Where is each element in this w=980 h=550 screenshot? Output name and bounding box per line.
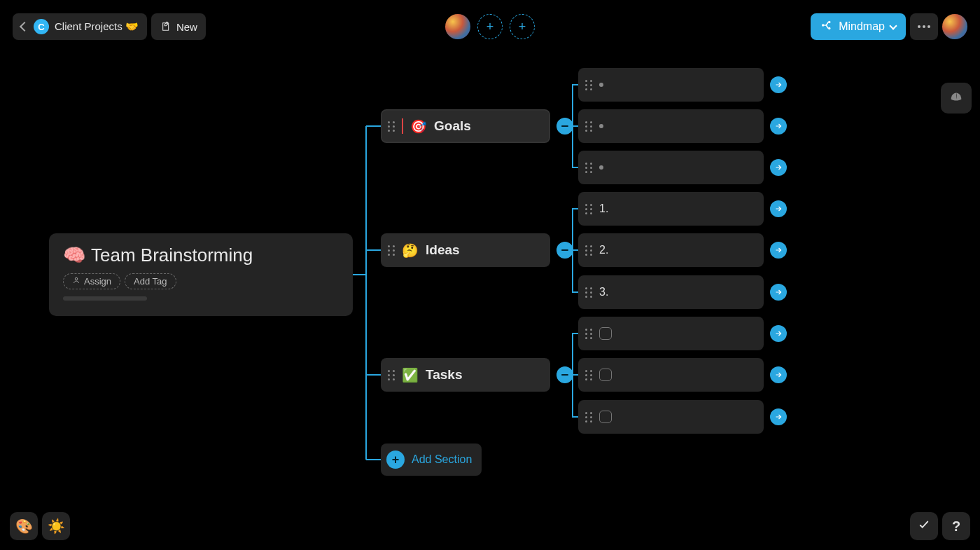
section-goals[interactable]: 🎯 Goals bbox=[381, 109, 550, 143]
root-title-text: Team Brainstorming bbox=[91, 245, 253, 266]
expand-arrow-button[interactable] bbox=[770, 200, 787, 217]
number-marker: 3. bbox=[599, 286, 608, 298]
expand-arrow-button[interactable] bbox=[770, 118, 787, 135]
drag-handle-icon[interactable] bbox=[585, 162, 592, 173]
collapse-toggle[interactable] bbox=[556, 118, 573, 135]
checkbox[interactable] bbox=[599, 411, 612, 423]
drag-handle-icon[interactable] bbox=[585, 369, 592, 380]
section-title: Goals bbox=[434, 118, 471, 134]
assign-label: Assign bbox=[84, 276, 111, 287]
plus-icon: + bbox=[386, 451, 405, 469]
expand-arrow-button[interactable] bbox=[770, 408, 787, 425]
leaf-node[interactable] bbox=[578, 68, 764, 102]
progress-bar bbox=[63, 296, 147, 301]
checkbox[interactable] bbox=[599, 327, 612, 340]
expand-arrow-button[interactable] bbox=[770, 284, 787, 301]
leaf-node[interactable]: 2. bbox=[578, 233, 764, 267]
section-title: Tasks bbox=[426, 367, 462, 383]
section-tasks[interactable]: ✅ Tasks bbox=[381, 358, 550, 392]
number-marker: 2. bbox=[599, 244, 608, 256]
expand-arrow-button[interactable] bbox=[770, 242, 787, 259]
root-node[interactable]: 🧠 Team Brainstorming Assign Add Tag bbox=[49, 233, 353, 316]
leaf-node[interactable] bbox=[578, 358, 764, 392]
expand-arrow-button[interactable] bbox=[770, 76, 787, 93]
add-tag-pill[interactable]: Add Tag bbox=[125, 273, 176, 289]
expand-arrow-button[interactable] bbox=[770, 366, 787, 383]
leaf-node[interactable] bbox=[578, 151, 764, 184]
add-section-button[interactable]: + Add Section bbox=[381, 444, 482, 476]
section-title: Ideas bbox=[426, 242, 460, 258]
drag-handle-icon[interactable] bbox=[388, 121, 395, 132]
root-emoji: 🧠 bbox=[63, 245, 85, 266]
drag-handle-icon[interactable] bbox=[585, 203, 592, 214]
drag-handle-icon[interactable] bbox=[585, 411, 592, 422]
drag-handle-icon[interactable] bbox=[585, 287, 592, 298]
leaf-node[interactable] bbox=[578, 109, 764, 143]
drag-handle-icon[interactable] bbox=[388, 245, 395, 256]
add-tag-label: Add Tag bbox=[134, 276, 167, 287]
leaf-node[interactable] bbox=[578, 400, 764, 434]
root-title: 🧠 Team Brainstorming bbox=[63, 245, 339, 266]
svg-point-3 bbox=[75, 277, 78, 280]
leaf-node[interactable] bbox=[578, 317, 764, 350]
drag-handle-icon[interactable] bbox=[585, 121, 592, 132]
text-cursor bbox=[402, 118, 403, 134]
drag-handle-icon[interactable] bbox=[585, 328, 592, 339]
number-marker: 1. bbox=[599, 202, 608, 215]
drag-handle-icon[interactable] bbox=[388, 369, 395, 380]
add-section-label: Add Section bbox=[412, 453, 472, 466]
leaf-node[interactable]: 3. bbox=[578, 275, 764, 309]
section-ideas[interactable]: 🤔 Ideas bbox=[381, 233, 550, 267]
mindmap-canvas[interactable]: 🧠 Team Brainstorming Assign Add Tag 🎯 Go… bbox=[0, 0, 980, 550]
bullet-icon bbox=[599, 83, 603, 87]
section-emoji: ✅ bbox=[402, 367, 419, 383]
leaf-node[interactable]: 1. bbox=[578, 192, 764, 226]
section-emoji: 🤔 bbox=[402, 242, 419, 259]
drag-handle-icon[interactable] bbox=[585, 79, 592, 90]
person-icon bbox=[72, 276, 80, 287]
drag-handle-icon[interactable] bbox=[585, 245, 592, 256]
bullet-icon bbox=[599, 124, 603, 128]
expand-arrow-button[interactable] bbox=[770, 159, 787, 176]
expand-arrow-button[interactable] bbox=[770, 325, 787, 342]
collapse-toggle[interactable] bbox=[556, 366, 573, 383]
assign-pill[interactable]: Assign bbox=[63, 273, 120, 289]
collapse-toggle[interactable] bbox=[556, 242, 573, 259]
bullet-icon bbox=[599, 165, 603, 170]
checkbox[interactable] bbox=[599, 369, 612, 381]
root-meta-row: Assign Add Tag bbox=[63, 273, 339, 289]
section-emoji: 🎯 bbox=[410, 118, 427, 135]
